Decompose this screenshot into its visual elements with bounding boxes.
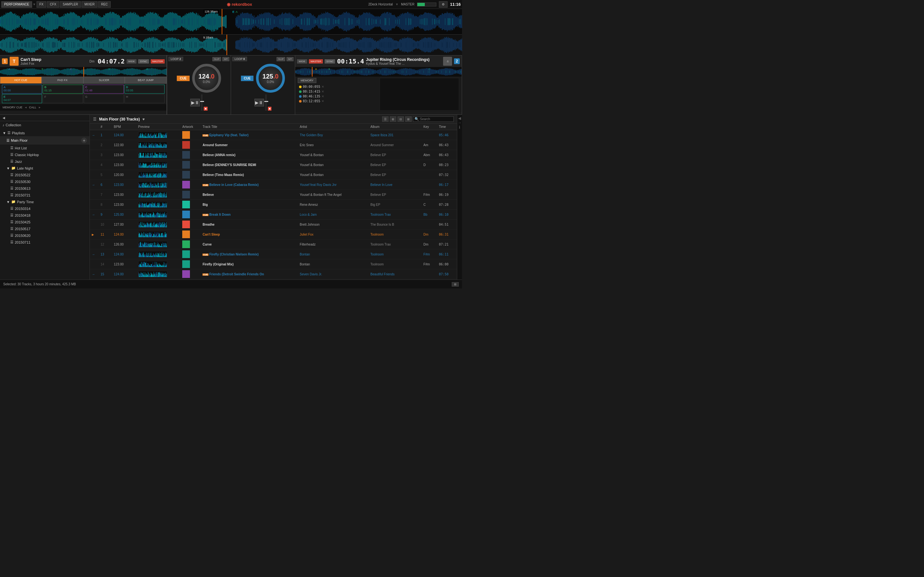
- cue-close-4[interactable]: ✕: [321, 99, 324, 103]
- track-preview-cell[interactable]: [136, 140, 181, 150]
- track-preview-cell[interactable]: [136, 130, 181, 140]
- cue-close-2[interactable]: ✕: [321, 90, 324, 93]
- performance-btn[interactable]: PERFORMANCE: [1, 1, 32, 8]
- track-preview-cell[interactable]: [136, 160, 181, 170]
- panel-collapse-btn[interactable]: ◀: [458, 116, 461, 121]
- deck1-play-btn[interactable]: ▶⏸: [190, 99, 200, 106]
- collection-item[interactable]: ♪ Collection: [0, 122, 89, 128]
- table-row[interactable]: → 13 124.00 CUEFirefly (Christian Nielse…: [90, 250, 457, 259]
- table-row[interactable]: 12 126.00 Curve Filterheadz Toolroom Tra…: [90, 239, 457, 250]
- settings-btn[interactable]: ⚙: [439, 1, 447, 8]
- sort-btn[interactable]: ⊞: [405, 116, 412, 122]
- classic-hiphop-item[interactable]: ☰ Classic HipHop: [0, 151, 89, 158]
- deck1-cue-btn[interactable]: CUE: [177, 76, 189, 81]
- deck1-wide-btn[interactable]: WIDE: [127, 59, 137, 63]
- track-preview-14[interactable]: [138, 261, 167, 268]
- track-preview-12[interactable]: [138, 241, 167, 247]
- track-preview-13[interactable]: [138, 251, 167, 258]
- sampler-btn[interactable]: SAMPLER: [60, 1, 81, 8]
- track-preview-cell[interactable]: [136, 150, 181, 160]
- sidebar-toggle[interactable]: ◀: [0, 115, 89, 121]
- table-row[interactable]: → 15 124.00 CUEFriends (Detroit Swindle …: [90, 269, 457, 279]
- col-title[interactable]: Track Title: [200, 124, 298, 130]
- deck2-wide-btn[interactable]: WIDE: [297, 59, 307, 63]
- table-row[interactable]: 4 123.00 Believe (DENNEY'S SUNRISE REMI …: [90, 160, 457, 170]
- hotcue-d[interactable]: D 03:05: [124, 85, 165, 93]
- track-preview-cell[interactable]: [136, 239, 181, 250]
- slip-btn-right[interactable]: SLIP: [276, 57, 285, 61]
- party-time-20150711[interactable]: ☰ 20150711: [0, 239, 89, 245]
- deck2-cue-btn[interactable]: CUE: [241, 76, 254, 81]
- track-preview-cell[interactable]: [136, 219, 181, 229]
- party-time-20150314[interactable]: ☰ 20150314: [0, 205, 89, 212]
- hotcue-g[interactable]: G: [84, 94, 124, 103]
- cue-close-1[interactable]: ✕: [321, 85, 324, 89]
- table-row[interactable]: 5 120.00 Believe (Timo Maas Remix) Youse…: [90, 170, 457, 180]
- track-preview-cell[interactable]: [136, 250, 181, 259]
- late-night-folder[interactable]: ▼ 📁 Late Night: [0, 165, 89, 171]
- hotcue-c[interactable]: C 01:48: [84, 85, 124, 93]
- party-time-folder[interactable]: ▼ 📁 Party Time: [0, 198, 89, 205]
- party-time-20150425[interactable]: ☰ 20150425: [0, 219, 89, 226]
- track-preview-3[interactable]: [138, 152, 167, 158]
- track-preview-7[interactable]: [138, 191, 167, 198]
- track-preview-cell[interactable]: [136, 180, 181, 190]
- deck1-pitch-slider[interactable]: [201, 95, 202, 111]
- table-row[interactable]: 10 127.00 Breathe Brett Johnson The Boun…: [90, 219, 457, 229]
- late-night-20150721[interactable]: ☰ 20150721: [0, 192, 89, 198]
- deck2-platter[interactable]: 125.0 0.0%: [256, 64, 285, 93]
- deck1-sync-btn[interactable]: SYNC: [138, 59, 149, 63]
- track-preview-2[interactable]: [138, 142, 167, 148]
- table-row[interactable]: → 9 125.00 CUEBreak It Down Loco & Jam T…: [90, 210, 457, 219]
- col-artist[interactable]: Artist: [298, 124, 368, 130]
- table-row[interactable]: 7 123.00 Believe Yousef & Bontan ft The …: [90, 190, 457, 200]
- hotcue-btn[interactable]: HOT CUE: [0, 77, 42, 84]
- track-preview-15[interactable]: [138, 271, 167, 277]
- track-preview-cell[interactable]: [136, 190, 181, 200]
- playlists-item[interactable]: ▼ ☰ Playlists: [0, 129, 89, 136]
- party-time-20150517[interactable]: ☰ 20150517: [0, 226, 89, 232]
- track-preview-cell[interactable]: [136, 200, 181, 210]
- cue-close-3[interactable]: ✕: [321, 95, 324, 98]
- table-row[interactable]: 2 122.00 Around Summer Eric Sneo Around …: [90, 140, 457, 150]
- late-night-20150613[interactable]: ☰ 20150613: [0, 185, 89, 192]
- deck1-master-btn[interactable]: MASTER: [151, 59, 165, 63]
- jazz-item[interactable]: ☰ Jazz: [0, 158, 89, 165]
- track-preview-9[interactable]: [138, 211, 167, 218]
- table-row[interactable]: ▶ 11 124.00 Can't Sleep Juliet Fox Toolr…: [90, 229, 457, 239]
- hotcue-f[interactable]: F: [43, 94, 83, 103]
- panel-i-btn[interactable]: ℹ: [459, 125, 460, 129]
- track-preview-11[interactable]: [138, 231, 167, 237]
- beatjump-btn[interactable]: BEAT JUMP: [125, 77, 166, 84]
- track-preview-cell[interactable]: [136, 170, 181, 180]
- track-preview-4[interactable]: [138, 161, 167, 168]
- deck2-memory-btn[interactable]: MEMORY: [298, 78, 317, 83]
- col-bpm[interactable]: BPM: [112, 124, 136, 130]
- view-list-btn[interactable]: ☰: [382, 116, 389, 122]
- table-row[interactable]: 8 123.00 Big Rene Amesz Big EP C 07:28: [90, 200, 457, 210]
- table-row[interactable]: 3 123.00 Believe (ANNA remix) Yousef & B…: [90, 150, 457, 160]
- cfx-btn[interactable]: CFX: [47, 1, 59, 8]
- track-preview-8[interactable]: [138, 201, 167, 208]
- table-row[interactable]: → 1 124.00 CUEEpiphany Vip (feat. Tailor…: [90, 130, 457, 140]
- col-num[interactable]: #: [99, 124, 112, 130]
- deck2-master-btn[interactable]: MASTER: [309, 59, 323, 63]
- col-album[interactable]: Album: [368, 124, 422, 130]
- view-grid-btn[interactable]: ⊞: [390, 116, 396, 122]
- table-row[interactable]: 16 124.00 I Got Ya Now Copy Paste Soul I…: [90, 279, 457, 280]
- track-preview-5[interactable]: [138, 171, 167, 178]
- column-settings-btn[interactable]: ⊟: [397, 116, 404, 122]
- late-night-20150530[interactable]: ☰ 20150530: [0, 178, 89, 185]
- deck2-pitch-slider[interactable]: [265, 95, 267, 111]
- col-time[interactable]: Time: [437, 124, 457, 130]
- slicer-btn[interactable]: SLICER: [83, 77, 125, 84]
- party-time-20150418[interactable]: ☰ 20150418: [0, 212, 89, 219]
- padfx-btn[interactable]: PAD FX: [42, 77, 83, 84]
- hotcue-a[interactable]: A 00:00: [2, 85, 42, 93]
- main-floor-item[interactable]: ☰ Main Floor +: [0, 136, 89, 145]
- mixer-btn[interactable]: MIXER: [81, 1, 97, 8]
- rec-btn[interactable]: REC: [98, 1, 111, 8]
- deck1-platter[interactable]: 124.0 0.0%: [192, 64, 221, 93]
- track-preview-cell[interactable]: [136, 269, 181, 279]
- track-preview-6[interactable]: [138, 181, 167, 188]
